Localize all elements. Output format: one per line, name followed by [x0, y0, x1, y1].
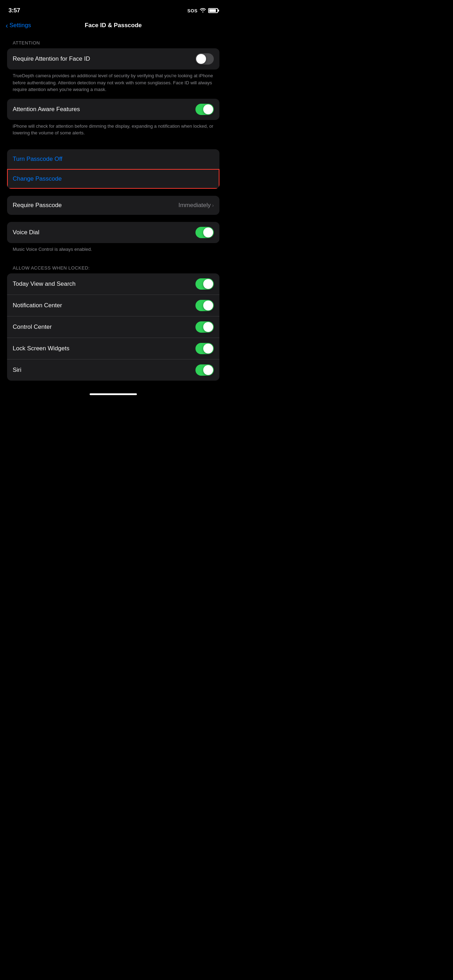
- page-title: Face ID & Passcode: [85, 22, 142, 29]
- require-attention-toggle[interactable]: [196, 53, 214, 65]
- allow-access-section-header: ALLOW ACCESS WHEN LOCKED:: [7, 265, 219, 270]
- require-passcode-label: Require Passcode: [13, 202, 62, 209]
- allow-lock-screen-widgets-label: Lock Screen Widgets: [13, 345, 70, 352]
- voice-dial-description: Music Voice Control is always enabled.: [7, 243, 219, 259]
- allow-control-center-toggle[interactable]: [196, 321, 214, 332]
- status-time: 3:57: [8, 7, 20, 14]
- attention-aware-label: Attention Aware Features: [13, 106, 80, 113]
- voice-dial-cell[interactable]: Voice Dial: [7, 222, 219, 243]
- voice-dial-label: Voice Dial: [13, 229, 40, 236]
- allow-siri-cell[interactable]: Siri: [7, 359, 219, 381]
- attention-section-header: ATTENTION: [7, 40, 219, 46]
- wifi-icon: [200, 8, 206, 14]
- allow-today-view-toggle[interactable]: [196, 278, 214, 290]
- home-indicator: [0, 388, 227, 398]
- require-attention-label: Require Attention for Face ID: [13, 56, 90, 62]
- attention-aware-description: iPhone will check for attention before d…: [7, 120, 219, 142]
- voice-dial-card: Voice Dial: [7, 222, 219, 243]
- attention-aware-cell[interactable]: Attention Aware Features: [7, 99, 219, 120]
- require-passcode-chevron-icon: ›: [212, 202, 214, 208]
- change-passcode-cell[interactable]: Change Passcode: [7, 169, 219, 189]
- allow-today-view-cell[interactable]: Today View and Search: [7, 274, 219, 294]
- allow-notification-center-label: Notification Center: [13, 302, 62, 309]
- passcode-section: Turn Passcode Off Change Passcode: [7, 149, 219, 189]
- require-attention-card: Require Attention for Face ID: [7, 48, 219, 70]
- back-chevron-icon: ‹: [6, 22, 8, 29]
- allow-control-center-label: Control Center: [13, 323, 52, 331]
- allow-lock-screen-widgets-toggle[interactable]: [196, 343, 214, 354]
- back-label: Settings: [10, 22, 31, 29]
- allow-notification-center-toggle[interactable]: [196, 300, 214, 311]
- allow-siri-label: Siri: [13, 366, 22, 374]
- change-passcode-label: Change Passcode: [13, 175, 62, 182]
- require-attention-description: TrueDepth camera provides an additional …: [7, 70, 219, 99]
- allow-today-view-label: Today View and Search: [13, 280, 75, 288]
- allow-access-card: Today View and Search Notification Cente…: [7, 274, 219, 381]
- home-bar: [90, 393, 137, 395]
- allow-siri-toggle[interactable]: [196, 364, 214, 376]
- require-attention-cell[interactable]: Require Attention for Face ID: [7, 48, 219, 70]
- back-button[interactable]: ‹ Settings: [6, 22, 31, 29]
- sos-indicator: SOS: [188, 8, 197, 13]
- nav-bar: ‹ Settings Face ID & Passcode: [0, 19, 227, 33]
- status-bar: 3:57 SOS: [0, 0, 227, 19]
- attention-aware-card: Attention Aware Features: [7, 99, 219, 120]
- require-passcode-card: Require Passcode Immediately ›: [7, 196, 219, 215]
- battery-icon: [208, 8, 218, 13]
- require-passcode-value: Immediately ›: [178, 202, 214, 209]
- require-passcode-value-text: Immediately: [178, 202, 211, 209]
- content-area: ATTENTION Require Attention for Face ID …: [0, 40, 227, 388]
- allow-lock-screen-widgets-cell[interactable]: Lock Screen Widgets: [7, 337, 219, 359]
- require-passcode-cell[interactable]: Require Passcode Immediately ›: [7, 196, 219, 215]
- turn-passcode-off-label: Turn Passcode Off: [13, 156, 62, 162]
- status-icons: SOS: [188, 8, 218, 14]
- allow-notification-center-cell[interactable]: Notification Center: [7, 294, 219, 316]
- voice-dial-toggle[interactable]: [196, 227, 214, 238]
- attention-aware-toggle[interactable]: [196, 104, 214, 115]
- turn-passcode-off-cell[interactable]: Turn Passcode Off: [7, 149, 219, 169]
- allow-control-center-cell[interactable]: Control Center: [7, 316, 219, 337]
